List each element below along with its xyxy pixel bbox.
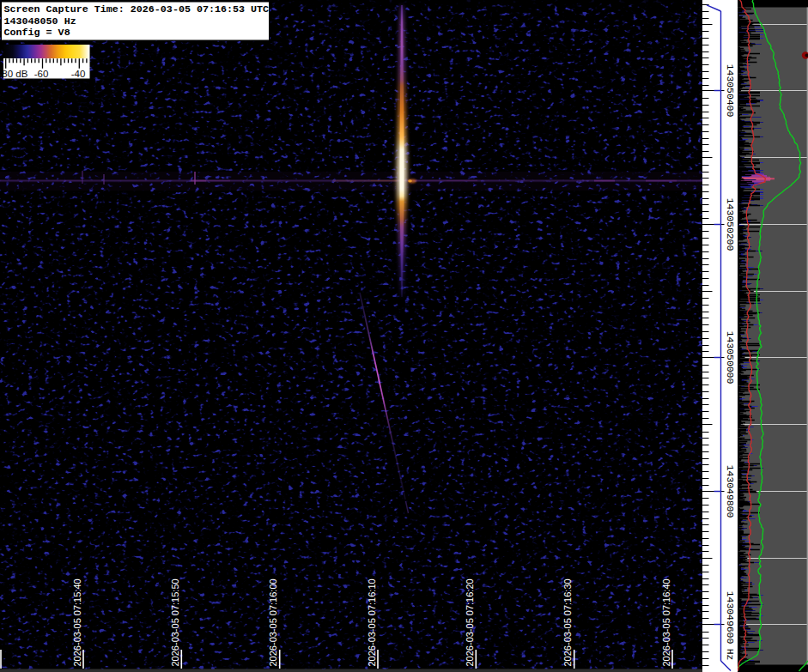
svg-text:-80 dB: -80 dB <box>0 69 28 79</box>
svg-text:-40: -40 <box>71 69 86 79</box>
svg-text:Screen Capture Time: 2026-03-0: Screen Capture Time: 2026-03-05 07:16:53… <box>4 3 270 15</box>
svg-text:143050400: 143050400 <box>725 64 735 118</box>
svg-text:2026-03-05 07:16:10: 2026-03-05 07:16:10 <box>367 578 377 666</box>
svg-text:143048050 Hz: 143048050 Hz <box>4 15 76 27</box>
svg-text:2026-03-05 07:16:00: 2026-03-05 07:16:00 <box>268 578 278 666</box>
svg-text:143050200: 143050200 <box>725 198 735 251</box>
svg-text:143050000: 143050000 <box>725 331 735 384</box>
svg-text:2026-03-05 07:16:40: 2026-03-05 07:16:40 <box>661 578 671 666</box>
svg-text:2026-03-05 07:15:50: 2026-03-05 07:15:50 <box>170 578 180 666</box>
svg-text:2026-03-05 07:16:20: 2026-03-05 07:16:20 <box>465 578 475 666</box>
svg-text:Hz: Hz <box>725 649 735 661</box>
svg-text:2026-03-05 07:15:40: 2026-03-05 07:15:40 <box>72 578 82 666</box>
svg-text:-60: -60 <box>34 69 49 79</box>
svg-text:2026-03-05 07:16:30: 2026-03-05 07:16:30 <box>562 578 573 666</box>
svg-text:143049800: 143049800 <box>725 465 735 518</box>
svg-text:Config = V8: Config = V8 <box>4 27 70 39</box>
svg-text:143049600: 143049600 <box>725 591 735 645</box>
